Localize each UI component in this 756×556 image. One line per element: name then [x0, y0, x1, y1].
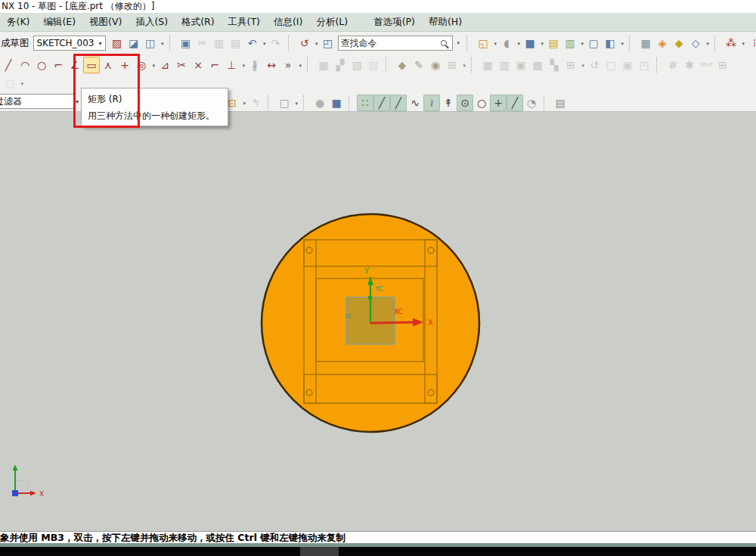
lasso-icon[interactable]: ▢ — [276, 95, 293, 111]
orient-to-sketch-icon[interactable]: ◪ — [125, 35, 142, 51]
select-handle-icon[interactable]: ↰ — [247, 95, 264, 111]
window-icon[interactable]: ▢ — [585, 35, 602, 51]
window-box-2-icon[interactable]: ▣ — [619, 57, 636, 73]
arc-icon[interactable]: ◠ — [17, 57, 33, 73]
overflow-button[interactable]: » — [280, 57, 296, 73]
serial-dimension-icon[interactable]: ⁂ — [723, 35, 739, 51]
geometric-constraints-icon[interactable]: ⊥ — [223, 57, 240, 73]
icon-glyph: ╱ — [512, 97, 518, 109]
menu-insert[interactable]: 插入(S) — [129, 13, 175, 31]
project-curve-icon[interactable]: ◆ — [394, 57, 411, 73]
paste-icon[interactable]: ▤ — [228, 35, 244, 51]
control-point-toggle[interactable]: ∿ — [407, 95, 423, 111]
menu-item-label: 视图(V) — [89, 16, 122, 27]
end-point-toggle[interactable]: ╱ — [373, 95, 390, 111]
mirror-curve-icon[interactable]: ▞ — [332, 57, 349, 73]
shaded-display-icon[interactable]: ■ — [522, 35, 538, 51]
clipped-toolbar-icon[interactable]: ⁝ — [746, 35, 756, 51]
icon-glyph: ▢ — [606, 59, 615, 71]
window-box-icon[interactable]: ▢ — [603, 57, 619, 73]
menu-help[interactable]: 帮助(H) — [422, 13, 469, 31]
cut-icon[interactable]: ✂ — [194, 35, 211, 51]
display-sketch-icon[interactable]: ◫ — [142, 35, 159, 51]
menu-task[interactable]: 务(K) — [0, 13, 36, 31]
redo-icon[interactable]: ↷ — [268, 35, 284, 51]
y-axis-vertex[interactable] — [368, 296, 372, 300]
make-symmetric-icon[interactable]: ∦ — [246, 57, 263, 73]
pattern-curve-icon[interactable]: ▦ — [315, 57, 332, 73]
circle-icon[interactable]: ○ — [33, 57, 50, 73]
search-input[interactable] — [341, 38, 441, 48]
cascade-window-icon[interactable]: ◧ — [602, 35, 618, 51]
menu-tools[interactable]: 工具(T) — [222, 13, 267, 31]
line-icon[interactable]: ╱ — [0, 57, 17, 73]
menu-preferences[interactable]: 首选项(P) — [367, 13, 422, 31]
menu-edit[interactable]: 编辑(E) — [36, 13, 82, 31]
replay-icon[interactable]: ◇ — [687, 35, 704, 51]
extrude-icon[interactable]: ▦ — [479, 57, 496, 73]
offset-curve-icon[interactable]: ▧ — [349, 57, 365, 73]
copy-icon[interactable]: ▥ — [211, 35, 228, 51]
quick-trim-icon[interactable]: ✂ — [173, 57, 190, 73]
show-hide-icon[interactable]: ◆ — [671, 35, 687, 51]
quadrant-point-toggle[interactable]: ○ — [473, 95, 490, 111]
intersection-toggle[interactable]: ≀ — [423, 95, 440, 111]
intersection-curve-icon[interactable]: ◉ — [427, 57, 444, 73]
point-on-surface-toggle[interactable]: ◔ — [523, 95, 540, 111]
arc-center-toggle[interactable]: ⊙ — [457, 95, 473, 111]
hole-icon[interactable]: ▣ — [513, 57, 529, 73]
sketch-icon[interactable]: ▨ — [109, 35, 125, 51]
boundary-icon[interactable]: ⊞ — [714, 57, 731, 73]
derived-lines-icon[interactable]: ⊿ — [156, 57, 173, 73]
rapid-dimension-icon[interactable]: ↔ — [263, 57, 280, 73]
window-box-3-icon[interactable]: ◳ — [636, 57, 652, 73]
menu-view[interactable]: 视图(V) — [82, 13, 129, 31]
grid-icon[interactable]: # — [665, 57, 681, 73]
pattern-feature-icon[interactable]: ▚ — [546, 57, 562, 73]
mid-point-toggle[interactable]: ╱ — [390, 95, 407, 111]
point-on-curve-toggle[interactable]: ↟ — [440, 95, 457, 111]
point-on-line-toggle[interactable]: ╱ — [507, 95, 523, 111]
selection-filter-combo[interactable]: 择过滤器 — [0, 94, 74, 109]
icon-glyph: ⊞ — [448, 59, 457, 71]
highlight-faces-icon[interactable]: ● — [311, 95, 328, 111]
x-axis[interactable] — [370, 322, 414, 323]
boolean-group-icon[interactable]: ⊞ — [562, 57, 579, 73]
enable-snap-point-toggle[interactable]: ∷ — [357, 95, 373, 111]
shaded-solid-icon[interactable]: ■ — [328, 95, 345, 111]
quick-extend-icon[interactable]: × — [190, 57, 206, 73]
menu-format[interactable]: 格式(R) — [175, 13, 221, 31]
revolve-icon[interactable]: ▥ — [496, 57, 513, 73]
chevron-down-icon[interactable]: ▾ — [454, 40, 463, 46]
auto-dimension-icon[interactable]: ✱ — [681, 57, 698, 73]
information-window-icon[interactable]: ▦ — [637, 35, 654, 51]
fit-view-icon[interactable]: ◱ — [475, 35, 491, 51]
edit-object-display-icon[interactable]: ◈ — [654, 35, 671, 51]
point-dialog-icon[interactable]: ▤ — [552, 95, 569, 111]
open-folder-icon[interactable]: ▥ — [562, 35, 578, 51]
optimize-curve-icon[interactable]: ▨ — [365, 57, 382, 73]
finish-sketch-button[interactable]: 成草图 — [0, 37, 33, 50]
graphics-viewport[interactable]: Y YC X XC ZC X — [0, 112, 756, 531]
fillet-icon[interactable]: ⌐ — [50, 57, 67, 73]
menu-information[interactable]: 信息(I) — [267, 13, 309, 31]
tolerance-10H7-icon[interactable]: 10H7 — [698, 57, 714, 73]
undo-icon[interactable]: ↶ — [244, 35, 261, 51]
face-analysis-icon[interactable]: ◖ — [498, 35, 515, 51]
folder-icon[interactable]: ▤ — [545, 35, 562, 51]
taskbar-item[interactable] — [300, 547, 339, 556]
active-sketch-combo[interactable]: SKETCH_003 ▾ — [33, 36, 106, 51]
icon-glyph: ▚ — [550, 59, 559, 71]
command-finder-icon[interactable]: ◰ — [320, 35, 336, 51]
shell-icon[interactable]: ▩ — [529, 57, 546, 73]
menu-analysis[interactable]: 分析(L) — [309, 13, 355, 31]
existing-point-toggle[interactable]: + — [490, 95, 507, 111]
edit-section-icon[interactable]: ↺ — [586, 57, 603, 73]
curve-group-icon[interactable]: ⊞ — [444, 57, 460, 73]
curve-rule-icon[interactable]: ◌ — [2, 75, 18, 92]
save-icon[interactable]: ▣ — [178, 35, 194, 51]
make-corner-icon[interactable]: ⌐ — [206, 57, 223, 73]
command-finder-searchbox[interactable] — [338, 36, 453, 51]
repeat-command-icon[interactable]: ↺ — [296, 35, 313, 51]
add-existing-curve-icon[interactable]: ✎ — [411, 57, 427, 73]
